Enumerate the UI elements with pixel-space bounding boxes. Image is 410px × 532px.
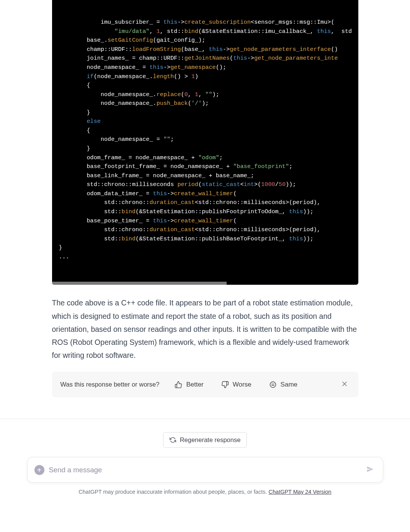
equals-icon	[269, 381, 277, 388]
feedback-bar: Was this response better or worse? Bette…	[52, 372, 358, 397]
code-line: std::chrono::duration_cast<std::chrono::…	[59, 198, 351, 207]
feedback-question: Was this response better or worse?	[60, 381, 160, 388]
horizontal-scrollbar[interactable]	[52, 282, 227, 285]
regenerate-button[interactable]: Regenerate response	[163, 432, 247, 448]
feedback-worse-button[interactable]: Worse	[219, 379, 254, 390]
code-line: node_namespace_ = "";	[59, 135, 351, 144]
message-input[interactable]	[44, 466, 364, 474]
code-line: }	[59, 144, 351, 153]
send-button[interactable]	[364, 463, 376, 476]
code-line: if(node_namespace_.length() > 1)	[59, 72, 351, 82]
code-line: champ::URDF::loadFromString(base_, this-…	[59, 45, 351, 54]
code-line: }	[59, 108, 351, 117]
code-line: std::bind(&StateEstimation::publishFootp…	[59, 207, 351, 217]
feedback-close-button[interactable]	[339, 379, 350, 390]
code-block[interactable]: imu_subscriber_ = this->create_subscript…	[52, 0, 358, 285]
svg-point-0	[270, 382, 276, 387]
bottom-area: Regenerate response + ChatGPT may produc…	[0, 419, 410, 503]
disclaimer-text: ChatGPT may produce inaccurate informati…	[78, 489, 268, 495]
response-paragraph: The code above is a C++ code file. It ap…	[52, 296, 358, 362]
plus-icon: +	[37, 466, 42, 474]
add-attachment-button[interactable]: +	[34, 465, 44, 475]
code-line: base_footprint_frame_ = node_namespace_ …	[59, 162, 351, 171]
regenerate-label: Regenerate response	[180, 436, 241, 444]
code-line: node_namespace_.replace(0, 1, "");	[59, 90, 351, 100]
code-line: std::chrono::duration_cast<std::chrono::…	[59, 225, 351, 235]
feedback-worse-label: Worse	[233, 381, 252, 388]
code-line: else	[59, 117, 351, 126]
disclaimer: ChatGPT may produce inaccurate informati…	[78, 489, 331, 495]
code-line: ...	[59, 253, 351, 262]
code-line: imu_subscriber_ = this->create_subscript…	[59, 18, 351, 27]
code-line: {	[59, 126, 351, 135]
code-line: node_namespace_ = this->get_namespace();	[59, 63, 351, 72]
code-line: odom_frame_ = node_namespace_ + "odom";	[59, 153, 351, 163]
feedback-better-label: Better	[186, 381, 203, 388]
refresh-icon	[170, 437, 176, 443]
send-icon	[366, 465, 374, 473]
close-icon	[341, 380, 348, 388]
version-link[interactable]: ChatGPT May 24 Version	[269, 489, 332, 495]
code-line: }	[59, 243, 351, 253]
code-line: std::bind(&StateEstimation::publishBaseT…	[59, 235, 351, 244]
code-line: std::chrono::milliseconds period(static_…	[59, 180, 351, 189]
feedback-same-button[interactable]: Same	[267, 379, 300, 390]
feedback-better-button[interactable]: Better	[172, 379, 206, 390]
code-line: node_namespace_.push_back('/');	[59, 99, 351, 108]
code-line: odom_data_timer_ = this->create_wall_tim…	[59, 189, 351, 199]
code-line: base_link_frame_ = node_namespace_ + bas…	[59, 171, 351, 181]
message-input-row: +	[27, 457, 383, 483]
code-line: base_.setGaitConfig(gait_config_);	[59, 36, 351, 45]
code-line: {	[59, 81, 351, 90]
code-line: "imu/data", 1, std::bind(&StateEstimatio…	[59, 27, 351, 36]
feedback-same-label: Same	[281, 381, 297, 388]
code-line: joint_names_ = champ::URDF::getJointName…	[59, 54, 351, 63]
thumbs-down-icon	[221, 381, 229, 388]
code-line: base_pose_timer_ = this->create_wall_tim…	[59, 217, 351, 226]
thumbs-up-icon	[175, 381, 182, 388]
